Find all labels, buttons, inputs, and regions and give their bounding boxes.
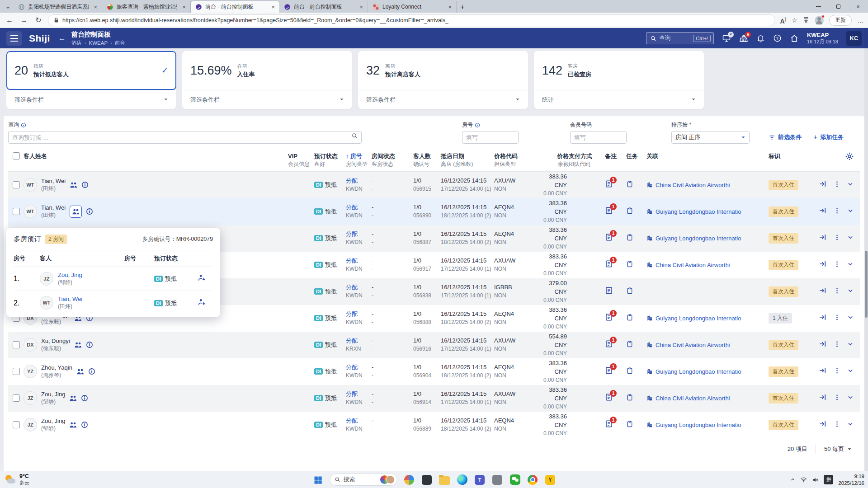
wechat-icon[interactable] [509,474,521,486]
browser-tab[interactable]: 旅客查询 - 紫楠旅馆业治安信息管× [102,1,191,13]
tab-close-icon[interactable]: × [446,4,453,10]
linked-company[interactable]: China Civil Aviation Airworthi [646,395,769,402]
guest-name[interactable]: Zou, Jing [41,391,65,399]
notes-button[interactable]: 1 [605,393,613,401]
guest-info-button[interactable] [88,368,95,375]
tab-close-icon[interactable]: × [180,4,188,10]
reservation-row[interactable]: WTTian, Wei(田炜)DI预抵分配KWDN--1/005689016/1… [8,198,860,225]
multi-room-button[interactable] [69,422,77,428]
guest-info-button[interactable] [81,421,88,428]
finance-app-icon[interactable]: ¥ [544,474,556,486]
expand-row-button[interactable] [847,181,854,189]
taskbar-weather[interactable]: 9°C 多云 [5,473,29,486]
read-aloud-icon[interactable]: A) [780,16,786,25]
column-header[interactable]: 客人姓名 [24,152,288,160]
expand-row-button[interactable] [847,234,854,242]
card-filter-dropdown[interactable]: 筛选条件栏 [358,90,528,109]
check-in-button[interactable] [819,260,827,270]
assign-room-link[interactable]: 分配 [346,390,358,397]
guest-info-button[interactable] [81,394,88,402]
home-icon[interactable] [790,34,799,43]
stat-card[interactable]: 15.69%在店入住率✓筛选条件栏 [182,51,352,109]
row-menu-button[interactable] [834,394,840,403]
expand-row-button[interactable] [847,341,854,349]
check-in-button[interactable] [819,393,827,403]
windows-start-button[interactable] [312,474,324,486]
guest-name[interactable]: Tian, Wei [41,204,66,212]
expand-row-button[interactable] [847,314,854,322]
assign-room-link[interactable]: 分配 [346,257,358,264]
dark-app-icon[interactable] [421,474,433,486]
sort-select[interactable]: 房间 正序 [671,131,750,144]
guest-info-button[interactable] [81,181,89,188]
widgets-icon[interactable] [403,474,415,486]
expand-row-button[interactable] [847,207,854,216]
property-info[interactable]: KWEAP 16 12月 09:18 [807,32,838,45]
url-field[interactable]: https://cn1.web.ep.shiji.world/individua… [48,14,775,26]
select-all-checkbox[interactable] [13,152,20,160]
reservation-row[interactable]: WTTian, Wei(田炜)DI预抵分配KWDN--1/005691516/1… [8,172,860,198]
tasks-button[interactable] [626,262,633,269]
edge-browser-icon[interactable] [456,474,468,486]
linked-company[interactable]: Guiyang Longdongbao Internatio [646,315,769,322]
guest-name[interactable]: Xu, Dongyi [41,338,70,345]
row-menu-button[interactable] [834,314,840,323]
row-checkbox[interactable] [13,341,20,348]
row-checkbox[interactable] [13,181,20,188]
network-icon[interactable] [800,477,807,483]
guest-info-button[interactable] [86,208,93,215]
column-header[interactable]: 关联 [646,152,769,160]
multi-room-button[interactable] [70,182,77,188]
guest-name-link[interactable]: Tian, Wei [58,296,82,303]
notes-button[interactable]: 1 [605,366,613,375]
window-close-button[interactable]: × [848,0,868,13]
reservation-row[interactable]: JZZou, Jing(邹静)DI预抵分配KWDN--1/005691416/1… [8,385,860,412]
row-menu-button[interactable] [834,207,840,216]
notes-button[interactable]: 1 [605,180,613,188]
scrollbar-thumb[interactable] [865,251,868,318]
expand-row-button[interactable] [847,287,854,296]
assign-room-link[interactable]: 分配 [346,417,358,424]
tasks-button[interactable] [626,182,633,189]
back-icon[interactable]: ← [5,16,14,24]
tab-close-icon[interactable]: × [358,4,365,10]
reservation-row[interactable]: DXXu, Dongyi(徐东毅)DI预抵分配KRXN--1/005691616… [8,332,860,358]
column-header[interactable]: 任务 [626,152,646,160]
notes-button[interactable]: 1 [605,340,613,348]
row-menu-button[interactable] [834,367,840,376]
scrollbar-track[interactable] [864,28,868,471]
file-explorer-icon[interactable] [439,474,450,486]
notifications-bell-icon[interactable] [756,34,765,42]
linked-company[interactable]: China Civil Aviation Airworthi [646,182,769,188]
assign-room-link[interactable]: 分配 [346,310,358,317]
favorite-star-icon[interactable]: ☆ [792,17,797,24]
taskbar-search-input[interactable]: 搜索 [330,474,397,486]
expand-row-button[interactable] [847,261,854,269]
guest-name[interactable]: Zou, Jing [41,418,65,425]
column-settings-button[interactable] [814,152,860,160]
browser-menu-icon[interactable]: … [857,17,863,24]
column-header[interactable]: 价格代码担保类型 [494,152,539,168]
tasks-button[interactable] [626,288,633,296]
tasks-button[interactable] [626,208,633,216]
add-task-button[interactable]: + 添加任务 [813,133,844,141]
browser-tab[interactable]: Loyalty Connect× [368,1,457,13]
assign-room-link[interactable]: 分配 [346,230,358,237]
collections-icon[interactable] [803,16,809,24]
notes-button[interactable]: 1 [605,233,613,241]
tasks-button[interactable] [626,342,633,349]
check-in-button[interactable] [819,366,827,376]
row-checkbox[interactable] [13,394,20,402]
column-header[interactable]: 客人数确认号 [413,152,441,168]
window-maximize-button[interactable] [828,0,848,13]
row-menu-button[interactable] [834,287,840,296]
multi-room-button[interactable] [70,206,82,218]
taskbar-clock[interactable]: 9:19 2025/12/16 [838,473,864,487]
ime-indicator[interactable]: 拼 [824,475,833,484]
tab-close-icon[interactable]: × [92,4,99,10]
query-input[interactable] [8,131,362,144]
browser-tab[interactable]: 前台 - 前台控制面板× [279,1,368,13]
chrome-icon[interactable] [527,474,538,486]
guest-name-link[interactable]: Zou, Jing [58,272,82,279]
breadcrumb-property[interactable]: KWEAP [89,40,108,46]
